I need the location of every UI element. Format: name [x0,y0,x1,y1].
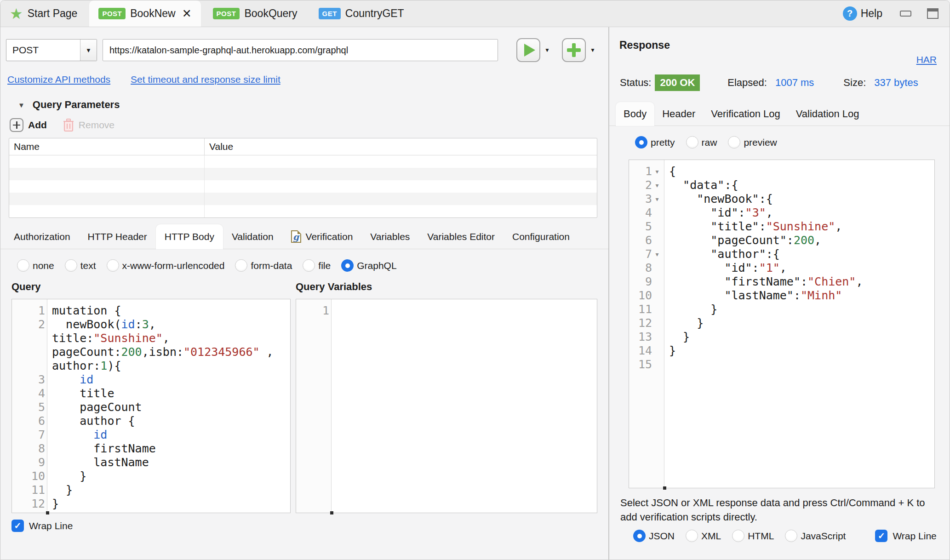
verification-hint-text: Select JSON or XML response data and pre… [620,496,927,524]
line-number: 12 [12,497,47,511]
tab-variables-editor[interactable]: Variables Editor [418,224,504,249]
name-cell[interactable] [9,205,205,217]
radio-label: XML [701,531,721,542]
tab-configuration[interactable]: Configuration [504,224,578,249]
query-variables-code[interactable] [332,299,597,513]
tab-header[interactable]: Header [654,102,703,126]
add-request-button[interactable] [562,38,586,62]
name-cell[interactable] [9,180,205,193]
add-parameter-button[interactable]: Add [28,120,47,131]
column-header-value[interactable]: Value [205,138,597,155]
line-number: 7 [12,428,47,442]
line-number-value: 7 [12,428,45,442]
response-panel: Response HAR Status: 200 OK Elapsed: 100… [609,27,950,560]
value-cell[interactable] [205,180,597,193]
value-cell[interactable] [205,193,597,205]
checkbox-checked-icon: ✓ [11,520,24,532]
har-link[interactable]: HAR [916,54,937,65]
view-mode-raw[interactable]: raw [686,136,717,149]
method-select[interactable]: POST ▼ [6,39,97,61]
table-body [9,155,597,217]
wrap-line-toggle[interactable]: ✓Wrap Line [875,530,936,542]
fold-icon[interactable]: ▾ [652,165,662,178]
add-parameter-icon[interactable] [10,118,23,132]
fold-icon[interactable]: ▾ [652,178,662,192]
query-editor[interactable]: 123456789101112 mutation { newBook(id:3,… [11,299,291,513]
resize-grip[interactable] [46,511,49,514]
help-button[interactable]: ? Help [843,6,882,21]
tab-authorization[interactable]: Authorization [5,224,79,249]
body-type-none[interactable]: none [17,259,54,272]
body-type-form-data[interactable]: form-data [235,259,292,272]
tab-validation[interactable]: Validation [223,224,282,249]
request-tabs: AuthorizationHTTP HeaderHTTP BodyValidat… [0,224,608,249]
send-dropdown-arrow[interactable]: ▼ [544,47,550,53]
body-type-x-www-form-urlencoded[interactable]: x-www-form-urlencoded [107,259,225,272]
table-row[interactable] [9,180,597,193]
query-parameters-actions: Add Remove [10,118,608,132]
fold-icon[interactable]: ▾ [652,192,662,206]
table-row[interactable] [9,193,597,205]
tab-start-page[interactable]: ★Start Page [0,0,86,27]
tab-verification-log[interactable]: Verification Log [703,102,788,126]
body-type-text[interactable]: text [65,259,96,272]
tab-http-body[interactable]: HTTP Body [156,224,223,249]
tab-variables[interactable]: Variables [361,224,418,249]
table-row[interactable] [9,168,597,180]
size-label: Size: [843,77,866,89]
format-javascript[interactable]: JavaScript [785,530,846,542]
set-timeout-link[interactable]: Set timeout and response size limit [131,74,280,85]
view-mode-pretty[interactable]: pretty [635,136,675,149]
tab-http-header[interactable]: HTTP Header [79,224,156,249]
resize-grip[interactable] [330,511,333,514]
line-number: 1 [296,304,331,318]
status-label: Status: [620,77,651,89]
customize-api-methods-link[interactable]: Customize API methods [7,74,110,85]
add-dropdown-arrow[interactable]: ▼ [590,47,595,53]
maximize-icon[interactable] [927,8,939,19]
radio-icon [65,259,77,272]
code-line: "newBook":{ [669,192,934,206]
column-header-name[interactable]: Name [9,138,205,155]
format-html[interactable]: HTML [732,530,774,542]
table-row[interactable] [9,205,597,217]
tab-verification[interactable]: gVerification [282,224,362,249]
view-mode-preview[interactable]: preview [728,136,777,149]
line-number-value: 1 [296,304,329,318]
name-cell[interactable] [9,193,205,205]
tab-validation-log[interactable]: Validation Log [788,102,867,126]
format-xml[interactable]: XML [686,530,721,542]
format-json[interactable]: JSON [633,530,675,542]
collapse-icon[interactable]: ▼ [18,101,25,109]
value-cell[interactable] [205,155,597,168]
name-cell[interactable] [9,168,205,180]
tab-booknew[interactable]: POSTBookNew✕ [89,0,200,27]
wrap-line-toggle[interactable]: ✓ Wrap Line [11,520,608,532]
query-variables-gutter: 1 [296,299,332,513]
fold-icon[interactable]: ▾ [652,247,662,261]
minimize-icon[interactable] [900,11,911,17]
resize-grip[interactable] [663,486,666,490]
send-button[interactable] [516,38,540,62]
response-editor-code[interactable]: { "data":{ "newBook":{ "id":"3", "title"… [664,160,934,488]
response-body-editor[interactable]: 1▾2▾3▾4567▾89101112131415 { "data":{ "ne… [629,160,935,488]
query-variables-editor[interactable]: 1 [296,299,597,513]
code-line: firstName [52,442,290,456]
url-input[interactable] [103,39,498,61]
tab-countryget[interactable]: GETCountryGET [309,0,413,27]
value-cell[interactable] [205,205,597,217]
value-cell[interactable] [205,168,597,180]
tab-body[interactable]: Body [616,102,654,126]
close-tab-icon[interactable]: ✕ [182,7,192,20]
line-number: 2▾ [629,178,664,192]
chevron-down-icon: ▼ [86,47,92,54]
tab-bookquery[interactable]: POSTBookQuery [204,0,307,27]
remove-parameter-button[interactable]: Remove [63,118,114,132]
help-label: Help [861,7,882,20]
table-row[interactable] [9,155,597,168]
body-type-file[interactable]: file [303,259,331,272]
name-cell[interactable] [9,155,205,168]
query-editor-gutter: 123456789101112 [12,299,47,513]
query-editor-code[interactable]: mutation { newBook(id:3,title:"Sunshine"… [47,299,290,513]
body-type-graphql[interactable]: GraphQL [341,259,396,272]
